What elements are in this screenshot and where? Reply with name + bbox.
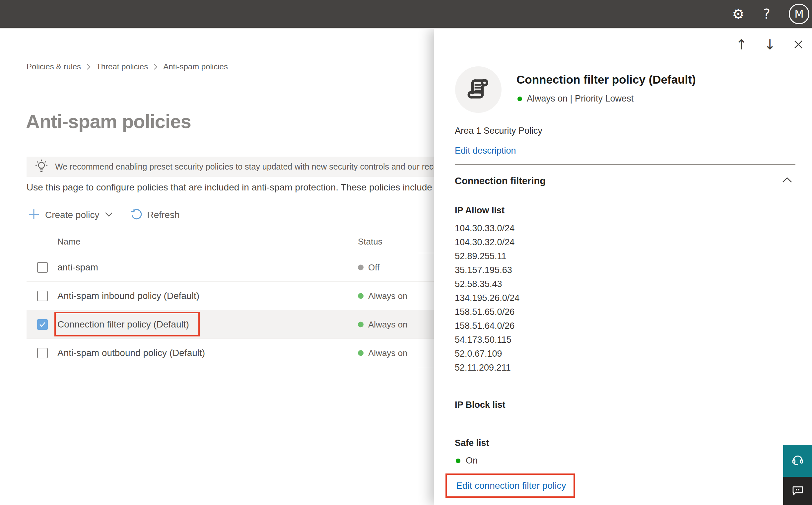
edit-connection-filter-policy-link[interactable]: Edit connection filter policy: [456, 480, 566, 491]
chevron-down-icon: [105, 211, 113, 219]
ip-address: 134.195.26.0/24: [455, 291, 520, 305]
connection-filtering-heading: Connection filtering: [455, 176, 546, 186]
safe-list-heading: Safe list: [455, 438, 489, 448]
lightbulb-icon: [34, 159, 48, 175]
plus-icon: [28, 208, 40, 222]
toolbar: Create policy Refresh: [28, 206, 179, 224]
close-icon[interactable]: [791, 37, 806, 52]
refresh-button[interactable]: Refresh: [130, 209, 179, 221]
policy-avatar: [455, 66, 501, 113]
status-dot: [358, 293, 364, 299]
account-avatar[interactable]: M: [789, 4, 809, 24]
refresh-icon: [130, 209, 142, 221]
policy-table-body: anti-spam Off Anti-spam inbound policy (…: [26, 253, 434, 367]
row-checkbox[interactable]: [37, 348, 48, 358]
banner-text: We recommend enabling preset security po…: [55, 162, 434, 172]
ip-address: 52.58.35.43: [455, 277, 520, 291]
policy-name[interactable]: Anti-spam inbound policy (Default): [57, 291, 199, 301]
status-dot: [358, 265, 364, 270]
status-cell: Always on: [358, 291, 408, 301]
table-row[interactable]: Anti-spam outbound policy (Default) Alwa…: [26, 339, 434, 367]
ip-allow-list: 104.30.33.0/24104.30.32.0/2452.89.255.11…: [455, 221, 520, 375]
policy-table: Name Status anti-spam Off Anti-spam inbo…: [26, 232, 434, 367]
ip-block-list-heading: IP Block list: [455, 400, 505, 410]
policy-name[interactable]: anti-spam: [57, 262, 98, 273]
status-cell: Always on: [358, 319, 408, 329]
flyout-status: Always on | Priority Lowest: [518, 94, 634, 104]
app-window: ⚙ ? M Policies & rules Threat policies A…: [0, 0, 812, 505]
flyout-nav: ↑ ↓: [734, 37, 806, 52]
breadcrumb-policies-rules[interactable]: Policies & rules: [26, 62, 81, 71]
refresh-label: Refresh: [147, 210, 179, 220]
ip-address: 52.0.67.109: [455, 347, 520, 361]
ip-address: 104.30.32.0/24: [455, 235, 520, 249]
settings-gear-icon[interactable]: ⚙: [732, 6, 745, 22]
table-row[interactable]: Anti-spam inbound policy (Default) Alway…: [26, 282, 434, 310]
flyout-status-text: Always on | Priority Lowest: [527, 94, 634, 104]
table-header: Name Status: [26, 232, 434, 253]
ip-address: 104.30.33.0/24: [455, 221, 520, 235]
table-row[interactable]: anti-spam Off: [26, 253, 434, 282]
help-icon[interactable]: ?: [763, 6, 770, 22]
divider: [455, 164, 795, 165]
chevron-up-icon[interactable]: [782, 176, 793, 185]
top-bar: ⚙ ? M: [0, 0, 812, 29]
policy-description: Area 1 Security Policy: [455, 126, 542, 136]
ip-address: 158.51.64.0/26: [455, 319, 520, 333]
breadcrumb-threat-policies[interactable]: Threat policies: [96, 62, 148, 71]
status-cell: Always on: [358, 348, 408, 358]
page-title: Anti-spam policies: [26, 110, 191, 132]
arrow-up-icon[interactable]: ↑: [734, 37, 749, 52]
main-content: Policies & rules Threat policies Anti-sp…: [0, 29, 434, 505]
create-policy-label: Create policy: [45, 210, 99, 220]
status-dot-green: [518, 97, 522, 101]
policy-name[interactable]: Anti-spam outbound policy (Default): [57, 348, 205, 358]
page-description: Use this page to configure policies that…: [26, 182, 432, 193]
status-label: Always on: [368, 319, 408, 329]
ip-address: 158.51.65.0/26: [455, 305, 520, 319]
status-dot-green: [456, 459, 460, 463]
ip-address: 52.89.255.11: [455, 249, 520, 263]
ip-address: 52.11.209.211: [455, 361, 520, 375]
ip-allow-list-heading: IP Allow list: [455, 205, 504, 216]
edit-description-link[interactable]: Edit description: [455, 146, 516, 156]
row-checkbox[interactable]: [37, 291, 48, 301]
annotation-box: Edit connection filter policy: [445, 474, 575, 498]
status-dot: [358, 322, 364, 327]
breadcrumb-anti-spam-policies[interactable]: Anti-spam policies: [163, 62, 228, 71]
ip-address: 54.173.50.115: [455, 333, 520, 347]
create-policy-button[interactable]: Create policy: [28, 208, 113, 222]
safe-list-status-text: On: [466, 456, 478, 466]
flyout-title: Connection filter policy (Default): [517, 73, 696, 86]
column-header-status[interactable]: Status: [358, 236, 382, 247]
row-checkbox[interactable]: [37, 262, 48, 273]
support-button[interactable]: [783, 445, 812, 477]
status-label: Always on: [368, 348, 408, 358]
status-dot: [358, 350, 364, 356]
chevron-right-icon: [86, 63, 91, 71]
headset-icon: [790, 453, 805, 469]
breadcrumb: Policies & rules Threat policies Anti-sp…: [26, 62, 228, 71]
policy-name[interactable]: Connection filter policy (Default): [57, 319, 189, 330]
policy-scroll-icon: [465, 76, 491, 104]
chat-bubble-icon: [791, 483, 805, 499]
feedback-button[interactable]: [783, 477, 812, 505]
table-row[interactable]: Connection filter policy (Default) Alway…: [26, 310, 434, 339]
arrow-down-icon[interactable]: ↓: [762, 37, 778, 52]
row-checkbox[interactable]: [37, 319, 48, 330]
safe-list-status: On: [456, 456, 478, 466]
recommendation-banner: We recommend enabling preset security po…: [26, 157, 434, 177]
ip-address: 35.157.195.63: [455, 263, 520, 277]
chevron-right-icon: [153, 63, 158, 71]
status-cell: Off: [358, 262, 380, 273]
policy-details-flyout: ↑ ↓: [434, 29, 812, 505]
status-label: Always on: [368, 291, 408, 301]
status-label: Off: [368, 262, 380, 273]
column-header-name[interactable]: Name: [57, 236, 80, 247]
